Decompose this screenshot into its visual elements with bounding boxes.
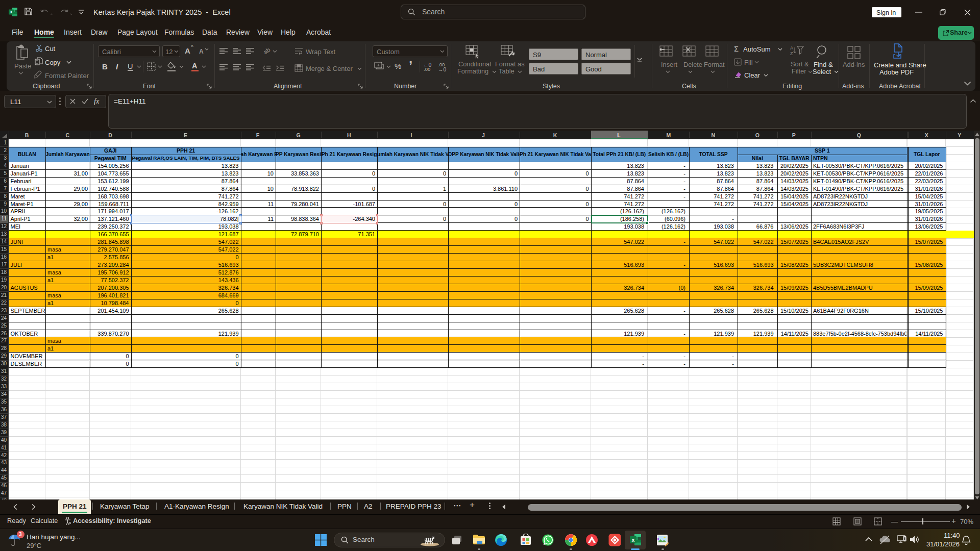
svg-text:A: A (790, 45, 793, 51)
svg-text:Z: Z (790, 51, 793, 56)
svg-text:x: x (632, 537, 635, 543)
svg-text:x: x (10, 10, 13, 14)
